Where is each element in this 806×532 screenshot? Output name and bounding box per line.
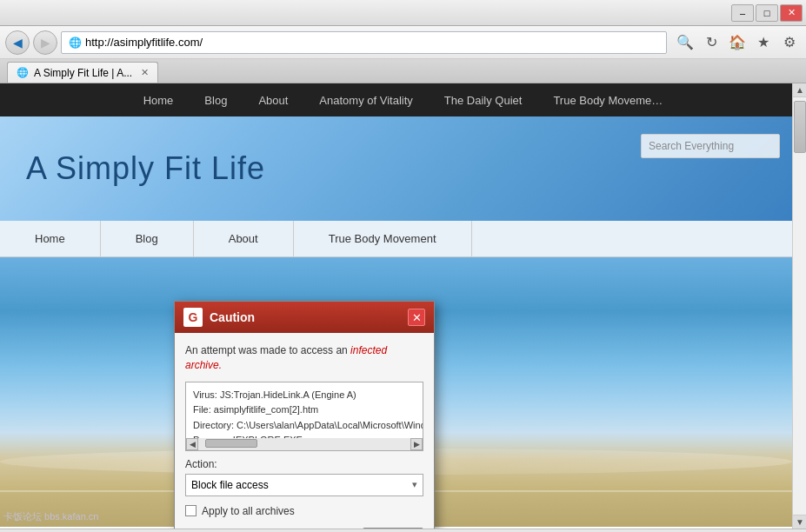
dialog-info-box: Virus: JS:Trojan.HideLink.A (Engine A) F… — [185, 382, 423, 451]
scroll-track — [198, 438, 410, 450]
hero-title: A Simply Fit Life — [26, 150, 265, 187]
nav-home[interactable]: Home — [137, 90, 181, 110]
content-area: 卡饭论坛 bbs.kafan.cn G Caution ✕ An attempt… — [0, 257, 806, 527]
dialog-body: An attempt was made to access an infecte… — [175, 333, 434, 529]
address-bar[interactable]: 🌐 http://asimplyfitlife.com/ — [61, 31, 667, 54]
dialog-overlay: G Caution ✕ An attempt was made to acces… — [0, 257, 806, 527]
action-select[interactable]: Block file access ▾ — [185, 474, 423, 496]
tab-favicon: 🌐 — [17, 67, 29, 78]
tools-icon[interactable]: ⚙ — [778, 31, 801, 54]
scroll-thumb[interactable] — [794, 101, 806, 153]
browser-tab[interactable]: 🌐 A Simply Fit Life | A... ✕ — [7, 62, 158, 83]
info-line-directory: Directory: C:\Users\alan\AppData\Local\M… — [193, 418, 416, 434]
nav-anatomy[interactable]: Anatomy of Vitality — [312, 90, 419, 110]
info-line-virus: Virus: JS:Trojan.HideLink.A (Engine A) — [193, 388, 416, 403]
scroll-right-button[interactable]: ▶ — [410, 438, 423, 450]
ok-button[interactable]: OK — [363, 528, 423, 529]
dialog-close-button[interactable]: ✕ — [408, 309, 425, 326]
browser-toolbar: ◀ ▶ 🌐 http://asimplyfitlife.com/ 🔍 ↻ 🏠 ★… — [0, 26, 806, 59]
address-text: http://asimplyfitlife.com/ — [85, 36, 203, 49]
favorites-icon[interactable]: ★ — [752, 31, 775, 54]
dialog-titlebar: G Caution ✕ — [175, 302, 434, 333]
scroll-up-button[interactable]: ▲ — [793, 83, 806, 97]
refresh-icon[interactable]: ↻ — [700, 31, 723, 54]
nav-about[interactable]: About — [251, 90, 295, 110]
sec-nav-home[interactable]: Home — [0, 221, 101, 256]
hero: A Simply Fit Life Search Everything — [0, 116, 806, 221]
tab-title: A Simply Fit Life | A... — [34, 67, 132, 79]
ie-icon: 🌐 — [69, 37, 82, 49]
nav-true-body[interactable]: True Body Moveme… — [546, 90, 669, 110]
status-bar: 卡饭论坛 bbs.kafan.cn — [0, 529, 806, 532]
scroll-thumb[interactable] — [205, 439, 257, 448]
browser-titlebar: – □ ✕ — [0, 0, 806, 26]
dialog-warning-text: An attempt was made to access an infecte… — [185, 343, 423, 373]
dialog-horizontal-scrollbar: ◀ ▶ — [186, 438, 423, 450]
minimize-button[interactable]: – — [731, 4, 754, 22]
back-button[interactable]: ◀ — [5, 30, 30, 55]
dialog-shield-icon: G — [183, 308, 203, 327]
site-nav: Home Blog About Anatomy of Vitality The … — [0, 83, 806, 116]
checkbox-row: Apply to all archives — [185, 505, 423, 517]
close-button[interactable]: ✕ — [780, 4, 803, 22]
forward-button[interactable]: ▶ — [33, 30, 57, 55]
tab-close-button[interactable]: ✕ — [141, 67, 149, 78]
search-icon[interactable]: 🔍 — [674, 31, 696, 54]
sec-nav-blog[interactable]: Blog — [101, 221, 194, 256]
home-icon[interactable]: 🏠 — [726, 31, 749, 54]
search-placeholder: Search Everything — [649, 140, 734, 152]
dialog-buttons: OK — [185, 528, 423, 529]
action-label: Action: — [185, 458, 423, 470]
select-arrow-icon: ▾ — [412, 479, 417, 490]
nav-daily-quiet[interactable]: The Daily Quiet — [437, 90, 530, 110]
sec-nav-true-body[interactable]: True Body Movement — [294, 221, 472, 256]
secondary-nav: Home Blog About True Body Movement — [0, 221, 806, 257]
sec-nav-about[interactable]: About — [194, 221, 294, 256]
scroll-left-button[interactable]: ◀ — [186, 438, 198, 450]
search-box[interactable]: Search Everything — [641, 134, 780, 158]
dialog-title: Caution — [210, 310, 401, 324]
tab-bar: 🌐 A Simply Fit Life | A... ✕ — [0, 59, 806, 83]
action-select-value: Block file access — [191, 479, 269, 491]
nav-blog[interactable]: Blog — [197, 90, 234, 110]
caution-dialog: G Caution ✕ An attempt was made to acces… — [174, 301, 435, 529]
website: Home Blog About Anatomy of Vitality The … — [0, 83, 806, 529]
info-line-file: File: asimplyfitlife_com[2].htm — [193, 402, 416, 418]
checkbox-label: Apply to all archives — [202, 505, 295, 517]
restore-button[interactable]: □ — [756, 4, 778, 22]
apply-all-checkbox[interactable] — [185, 505, 197, 516]
toolbar-icons: 🔍 ↻ 🏠 ★ ⚙ — [674, 31, 801, 54]
